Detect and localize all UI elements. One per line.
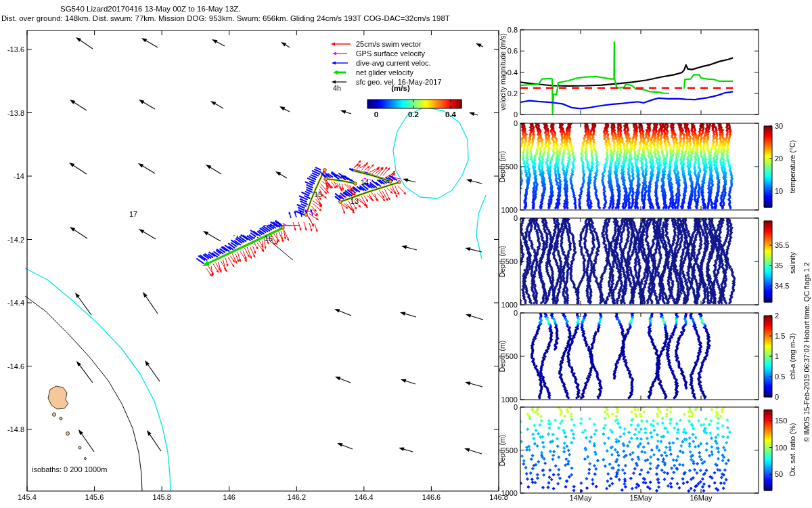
temperature-ytick-label: 0 [514,120,518,127]
legend-entry-label: dive-avg current veloc. [356,60,431,67]
temperature-ytick-label: 500 [505,163,518,171]
isobaths-note: isobaths: 0 200 1000m [32,466,107,473]
oxsat-colorbar-tick: 50 [775,471,783,478]
legend-duration-label: 4h [333,85,341,92]
map-ytick-label: -14.6 [7,362,24,370]
date-tick-label: 15May [629,494,652,502]
legend-entry-label: 25cm/s swim vector [356,41,422,48]
figure-title: SG540 Lizard20170416 13-May 00Z to 16-Ma… [60,5,241,14]
map-ytick-label: -13.8 [7,109,24,117]
map-colorbar-title: (m/s) [391,85,409,93]
legend-entry-label: GPS surface velocity [356,50,425,58]
velocity-ytick-label: 0.6 [508,47,518,55]
map-xtick-label: 146.2 [288,494,307,501]
figure-canvas [0,0,812,508]
dive-number-label: 16 [265,235,273,242]
map-xtick-label: 146 [223,494,235,501]
salinity-ytick-label: 500 [505,258,518,266]
salinity-ylabel: Depth (m) [499,246,506,278]
chl-colorbar-tick: 0 [775,394,779,401]
chl-colorbar-tick: 0.5 [775,373,785,381]
oxsat-ytick-label: 0 [514,404,518,411]
velocity-ytick-label: 0.8 [508,26,518,34]
salinity-colorbar-tick: 35 [775,262,783,270]
chl-colorbar-tick: 1 [775,353,779,360]
oxsat-colorbar-label: Ox. sat. ratio (%) [789,423,796,477]
date-tick-label: 16May [690,494,712,502]
map-ytick-label: -13.6 [7,46,24,54]
map-xtick-label: 146.4 [355,494,374,501]
chl-ytick-label: 0 [514,310,518,317]
dive-number-label: 15 [314,191,322,198]
oxsat-ylabel: Depth (m) [499,434,506,466]
dive-number-label: 13 [351,198,359,205]
oxsat-colorbar-tick: 150 [775,417,787,424]
salinity-colorbar-tick: 34.5 [775,282,789,290]
map-ytick-label: -14.2 [7,236,24,243]
oxsat-colorbar-tick: 100 [775,444,787,451]
map-xtick-label: 145.8 [152,494,171,501]
chl-colorbar-tick: 2 [775,312,779,320]
salinity-colorbar-label: salinity [789,252,796,274]
temperature-ytick-label: 1000 [501,207,518,214]
map-xtick-label: 145.4 [18,494,37,501]
glider-mission-figure: SG540 Lizard20170416 13-May 00Z to 16-Ma… [0,0,812,508]
map-ytick-label: -14.4 [7,299,24,307]
oxsat-ytick-label: 1000 [501,490,518,497]
velocity-ytick-label: 0.2 [508,89,518,97]
velocity-ylabel: velocity magnitude (m/s) [499,33,507,110]
map-colorbar-tick-label: 0.2 [408,111,419,119]
chl-ylabel: Depth (m) [499,341,506,373]
date-tick-label: 14May [569,494,591,502]
velocity-ytick-label: 0 [514,111,518,119]
map-ytick-label: -14 [14,173,24,180]
temperature-colorbar-tick: 10 [775,188,783,195]
chl-colorbar-tick: 1.5 [775,333,785,340]
salinity-ytick-label: 1000 [501,301,518,309]
map-xtick-label: 146.6 [422,494,441,501]
temperature-ylabel: Depth (m) [499,151,506,183]
dive-number-label: 17 [129,211,137,218]
chl-colorbar-label: chl-a (mg m-3) [789,333,796,379]
temperature-colorbar-tick: 20 [775,155,783,163]
map-xtick-label: 145.6 [85,494,104,501]
dive-number-label: 14 [361,179,369,186]
chl-ytick-label: 500 [505,353,518,360]
salinity-ytick-label: 0 [514,215,518,222]
map-colorbar-tick-label: 0.4 [445,111,456,119]
credit-vertical-text: © IMOS 15-Feb-2019 06:37:02 Hobart time.… [803,262,811,442]
velocity-ytick-label: 0.4 [508,68,518,76]
temperature-colorbar-tick: 30 [775,123,783,130]
figure-subtitle: Dist. over ground: 148km. Dist. swum: 77… [1,14,450,23]
oxsat-ytick-label: 500 [505,446,518,454]
legend-entry-label: sfc geo. vel. 16-May-2017 [356,79,442,86]
map-ytick-label: -14.8 [7,426,24,433]
temperature-colorbar-label: temperature (°C) [789,140,796,193]
salinity-colorbar-tick: 35.5 [775,242,789,249]
legend-entry-label: net glider velocity [356,69,413,77]
map-colorbar-tick-label: 0 [374,111,378,119]
